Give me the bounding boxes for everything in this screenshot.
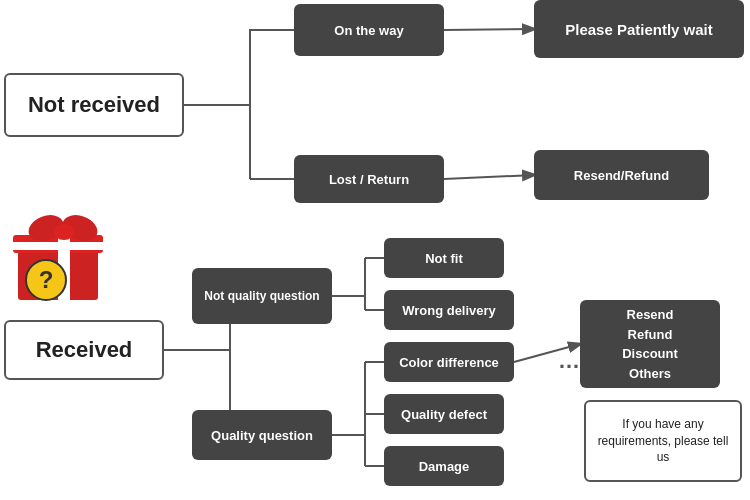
svg-point-26	[54, 224, 74, 240]
diagram: Not received On the way Please Patiently…	[0, 0, 750, 500]
lost-return-node: Lost / Return	[294, 155, 444, 203]
quality-question-node: Quality question	[192, 410, 332, 460]
resend-options-node: Resend Refund Discount Others	[580, 300, 720, 388]
color-diff-node: Color difference	[384, 342, 514, 382]
not-quality-node: Not quality question	[192, 268, 332, 324]
please-wait-node: Please Patiently wait	[534, 0, 744, 58]
not-fit-node: Not fit	[384, 238, 504, 278]
wrong-delivery-node: Wrong delivery	[384, 290, 514, 330]
not-received-node: Not received	[4, 73, 184, 137]
ellipsis-dots: …	[558, 348, 580, 374]
svg-line-3	[444, 29, 534, 30]
resend-refund-top-node: Resend/Refund	[534, 150, 709, 200]
gift-box-image: ?	[8, 200, 118, 310]
received-node: Received	[4, 320, 164, 380]
svg-line-5	[444, 175, 534, 179]
on-the-way-node: On the way	[294, 4, 444, 56]
requirements-node: If you have any requirements, please tel…	[584, 400, 742, 482]
damage-node: Damage	[384, 446, 504, 486]
svg-rect-23	[13, 242, 103, 250]
svg-text:?: ?	[39, 266, 54, 293]
quality-defect-node: Quality defect	[384, 394, 504, 434]
